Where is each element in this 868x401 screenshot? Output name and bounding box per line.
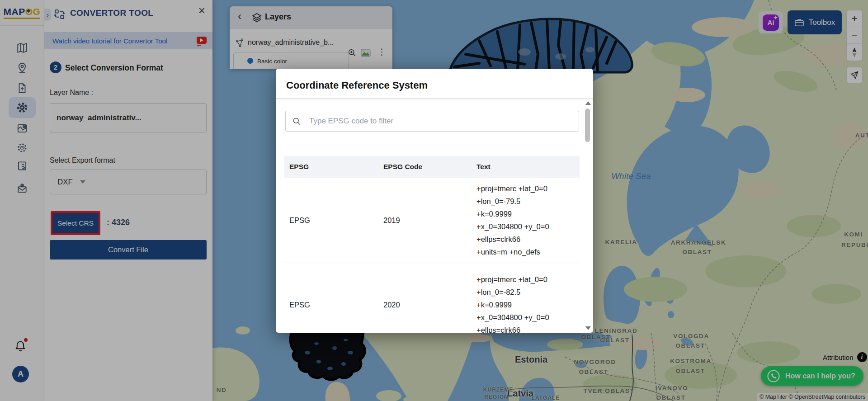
epsg-table: EPSG EPSG Code Text EPSG 2019 +proj=tmer… <box>284 156 580 333</box>
cell-epsg: EPSG <box>284 216 378 225</box>
scroll-up-icon[interactable] <box>585 101 591 105</box>
epsg-table-header: EPSG EPSG Code Text <box>284 156 580 178</box>
table-row[interactable]: EPSG 2019 +proj=tmerc +lat_0=0 +lon_0=-7… <box>284 178 580 263</box>
column-header-epsg-code: EPSG Code <box>378 163 471 171</box>
modal-scrollbar[interactable] <box>584 100 591 331</box>
cell-proj-text: +proj=tmerc +lat_0=0 +lon_0=-79.5 +k=0.9… <box>471 178 580 263</box>
cell-proj-text: +proj=tmerc +lat_0=0 +lon_0=-82.5 +k=0.9… <box>471 269 580 333</box>
epsg-search-input[interactable] <box>285 111 579 132</box>
search-icon <box>292 117 301 126</box>
modal-header-divider <box>276 98 593 99</box>
scroll-down-icon[interactable] <box>585 326 591 330</box>
crs-modal: Coordinate Reference System EPSG EPSG Co… <box>276 69 593 333</box>
column-header-epsg: EPSG <box>284 163 378 171</box>
column-header-text: Text <box>471 163 580 171</box>
scrollbar-thumb[interactable] <box>585 109 590 142</box>
table-row[interactable]: EPSG 2020 +proj=tmerc +lat_0=0 +lon_0=-8… <box>284 263 580 333</box>
app-root: White SeaKARELIAARKHANGELSKOBLASTKOMIREP… <box>0 0 868 401</box>
cell-epsg-code: 2019 <box>378 216 471 225</box>
cell-epsg: EPSG <box>284 301 378 309</box>
modal-title: Coordinate Reference System <box>286 80 428 91</box>
cell-epsg-code: 2020 <box>378 301 471 309</box>
